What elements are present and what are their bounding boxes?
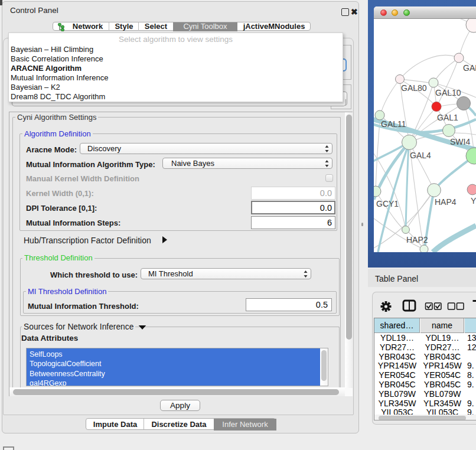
svg-text:HAP2: HAP2: [406, 235, 428, 244]
svg-text:GAL10: GAL10: [435, 88, 461, 97]
svg-text:GAL: GAL: [463, 63, 476, 73]
svg-text:Y: Y: [471, 196, 476, 206]
svg-text:GAL80: GAL80: [401, 83, 427, 93]
svg-text:GAL4: GAL4: [410, 151, 431, 160]
svg-text:GCY1: GCY1: [376, 199, 399, 208]
svg-text:SWI4: SWI4: [450, 137, 470, 146]
svg-text:HAP4: HAP4: [435, 197, 457, 207]
svg-text:GAL1: GAL1: [437, 113, 458, 122]
svg-text:GAL11: GAL11: [381, 119, 406, 129]
